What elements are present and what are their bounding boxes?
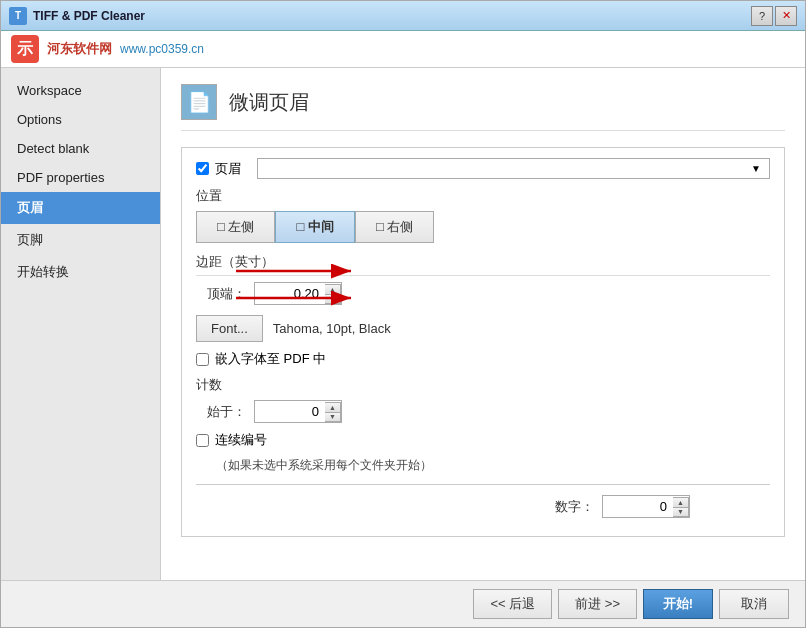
close-button[interactable]: ✕ [775,6,797,26]
page-header: 📄 微调页眉 [181,84,785,131]
back-button[interactable]: << 后退 [473,589,552,619]
number-input[interactable] [603,496,673,517]
start-spinbox-buttons: ▲ ▼ [325,402,341,422]
header-checkbox[interactable] [196,162,209,175]
position-buttons: □ 左侧 □ 中间 □ 右侧 [196,211,770,243]
window-controls: ? ✕ [751,6,797,26]
number-decrement-button[interactable]: ▼ [673,507,689,517]
header-dropdown[interactable]: ▼ [257,158,770,179]
start-label: 始于： [196,403,246,421]
sequential-checkbox-row: 连续编号 [196,431,770,449]
sequential-checkbox-label[interactable]: 连续编号 [215,431,267,449]
margin-title: 边距（英寸） [196,253,770,276]
margin-section: 边距（英寸） 顶端： ▲ ▼ [196,253,770,305]
sidebar-item-detect-blank[interactable]: Detect blank [1,134,160,163]
position-right-button[interactable]: □ 右侧 [355,211,434,243]
number-spinbox[interactable]: ▲ ▼ [602,495,690,518]
window-title: TIFF & PDF Cleaner [33,9,751,23]
page-title: 微调页眉 [229,89,309,116]
page-icon: 📄 [181,84,217,120]
number-spinbox-buttons: ▲ ▼ [673,497,689,517]
divider [196,484,770,485]
number-increment-button[interactable]: ▲ [673,497,689,507]
main-panel: 📄 微调页眉 页眉 ▼ 位置 □ 左侧 □ 中间 □ [161,68,805,580]
start-decrement-button[interactable]: ▼ [325,412,341,422]
top-spinbox[interactable]: ▲ ▼ [254,282,342,305]
embed-checkbox-label[interactable]: 嵌入字体至 PDF 中 [215,350,326,368]
number-field-row: 数字： ▲ ▼ [196,495,770,518]
sidebar-item-options[interactable]: Options [1,105,160,134]
start-button[interactable]: 开始! [643,589,713,619]
start-increment-button[interactable]: ▲ [325,402,341,412]
top-label: 顶端： [196,285,246,303]
sidebar-item-workspace[interactable]: Workspace [1,76,160,105]
forward-button[interactable]: 前进 >> [558,589,637,619]
font-info: Tahoma, 10pt, Black [273,321,391,336]
sidebar-item-start-convert[interactable]: 开始转换 [1,256,160,288]
start-spinbox[interactable]: ▲ ▼ [254,400,342,423]
embed-checkbox-row: 嵌入字体至 PDF 中 [196,350,770,368]
count-section: 计数 始于： ▲ ▼ [196,376,770,423]
number-label: 数字： [544,498,594,516]
sidebar-item-footer[interactable]: 页脚 [1,224,160,256]
position-label: 位置 [196,187,770,205]
position-left-button[interactable]: □ 左侧 [196,211,275,243]
top-input[interactable] [255,283,325,304]
font-row: Font... Tahoma, 10pt, Black [196,315,770,342]
font-button[interactable]: Font... [196,315,263,342]
sidebar-item-pdf-properties[interactable]: PDF properties [1,163,160,192]
banner: 示 河东软件网 www.pc0359.cn [1,31,805,68]
app-icon: T [9,7,27,25]
help-button[interactable]: ? [751,6,773,26]
main-window: T TIFF & PDF Cleaner ? ✕ 示 河东软件网 www.pc0… [0,0,806,628]
start-input[interactable] [255,401,325,422]
top-field-row: 顶端： ▲ ▼ [196,282,770,305]
position-center-button[interactable]: □ 中间 [275,211,354,243]
top-decrement-button[interactable]: ▼ [325,294,341,304]
brand-name: 河东软件网 [47,40,112,58]
embed-checkbox[interactable] [196,353,209,366]
sequential-note: （如果未选中系统采用每个文件夹开始） [196,457,770,474]
spinbox-buttons: ▲ ▼ [325,284,341,304]
title-bar: T TIFF & PDF Cleaner ? ✕ [1,1,805,31]
sidebar-item-header[interactable]: 页眉 [1,192,160,224]
top-increment-button[interactable]: ▲ [325,284,341,294]
content-area: Workspace Options Detect blank PDF prope… [1,68,805,580]
brand-logo: 示 [11,35,39,63]
sidebar: Workspace Options Detect blank PDF prope… [1,68,161,580]
arrow-container: 边距（英寸） 顶端： ▲ ▼ [196,253,770,305]
start-field-row: 始于： ▲ ▼ [196,400,770,423]
sequential-checkbox[interactable] [196,434,209,447]
brand-url: www.pc0359.cn [120,42,204,56]
header-checkbox-label[interactable]: 页眉 [215,160,241,178]
bottom-bar: << 后退 前进 >> 开始! 取消 [1,580,805,627]
count-title: 计数 [196,376,770,394]
header-section: 页眉 ▼ 位置 □ 左侧 □ 中间 □ 右侧 边距 [181,147,785,537]
cancel-button[interactable]: 取消 [719,589,789,619]
header-checkbox-row: 页眉 ▼ [196,158,770,179]
